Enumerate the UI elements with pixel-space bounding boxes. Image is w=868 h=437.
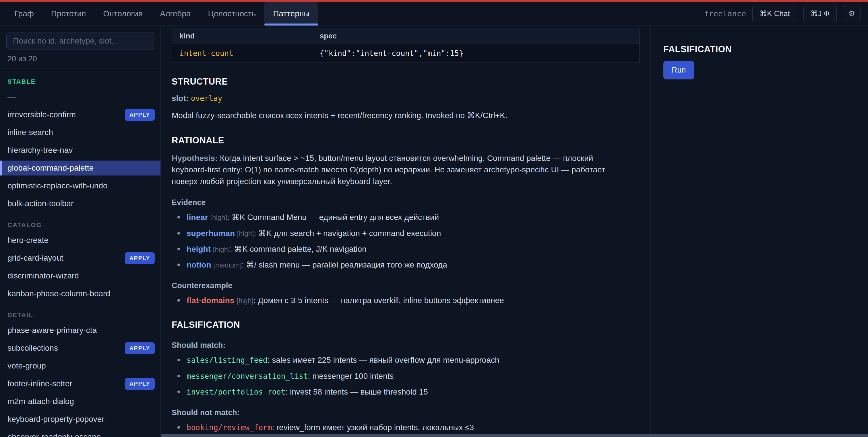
list-item: linear [high]: ⌘K Command Menu — единый … <box>172 212 640 223</box>
tab-Онтология[interactable]: Онтология <box>95 2 152 26</box>
pattern-id: keyboard-property-popover <box>7 415 104 424</box>
match-text: : messenger 100 intents <box>308 372 394 380</box>
sidebar-item-vote-group[interactable]: vote-group <box>0 359 160 373</box>
falsification-panel-heading: FALSIFICATION <box>663 44 868 55</box>
match-text: : review_form имеет узкий набор intents,… <box>272 423 474 432</box>
evidence-list: linear [high]: ⌘K Command Menu — единый … <box>172 212 640 270</box>
pattern-id: phase-aware-primary-cta <box>7 326 97 335</box>
pattern-id: vote-group <box>7 361 46 370</box>
workspace-name: freelance <box>704 9 746 18</box>
pattern-id: observer-readonly-escape <box>7 432 101 437</box>
apply-button[interactable]: APPLY <box>125 342 155 354</box>
pattern-id: — <box>7 92 16 102</box>
hypothesis-label: Hypothesis: <box>172 154 218 163</box>
sidebar-item-phase-aware-primary-cta[interactable]: phase-aware-primary-cta <box>0 323 160 338</box>
evidence-heading: Evidence <box>172 198 640 207</box>
sidebar-item-inline-search[interactable]: inline-search <box>0 125 160 140</box>
structure-description: Modal fuzzy-searchable список всех inten… <box>172 110 619 122</box>
gear-icon: ⚙ <box>848 9 855 18</box>
apply-button[interactable]: APPLY <box>125 378 155 390</box>
pattern-id: bulk-action-toolbar <box>7 199 73 208</box>
chat-button[interactable]: ⌘K Chat <box>752 5 797 22</box>
sidebar-item-m2m-attach-dialog[interactable]: m2m-attach-dialog <box>0 394 160 409</box>
pattern-id: hierarchy-tree-nav <box>7 146 73 155</box>
evidence-text: : ⌘K для search + navigation + command e… <box>254 229 441 238</box>
sidebar-item-keyboard-property-popover[interactable]: keyboard-property-popover <box>0 412 160 427</box>
topbar-right: freelance ⌘K Chat ⌘J Ф ⚙ <box>704 2 868 26</box>
tab-Алгебра[interactable]: Алгебра <box>151 2 199 26</box>
topbar: ГрафПрототипОнтологияАлгебраЦелостностьП… <box>0 2 868 26</box>
list-item: messenger/conversation_list: messenger 1… <box>172 370 640 382</box>
pattern-id: subcollections <box>7 343 58 353</box>
pattern-id: hero-create <box>7 236 49 245</box>
tab-Паттерны[interactable]: Паттерны <box>265 2 318 26</box>
sidebar-item-—[interactable]: — <box>0 90 160 104</box>
tab-Граф[interactable]: Граф <box>6 2 42 26</box>
evidence-source: height <box>187 245 211 254</box>
confidence-weight: [high] <box>237 297 253 305</box>
horizontal-scrollbar[interactable] <box>161 434 868 437</box>
tab-Прототип[interactable]: Прототип <box>42 2 95 26</box>
sidebar-item-hero-create[interactable]: hero-create <box>0 233 160 248</box>
sidebar-item-subcollections[interactable]: subcollectionsAPPLY <box>0 341 160 356</box>
sidebar-item-observer-readonly-escape[interactable]: observer-readonly-escape <box>0 430 160 437</box>
spec-table-header-spec: spec <box>312 28 639 44</box>
should-match-list: sales/listing_feed: sales имеет 225 inte… <box>172 355 640 397</box>
list-item: sales/listing_feed: sales имеет 225 inte… <box>172 355 640 366</box>
evidence-source: notion <box>187 260 211 269</box>
table-row: intent-count{"kind":"intent-count","min"… <box>172 44 640 63</box>
section-label-detail: DETAIL <box>0 304 160 323</box>
slot-label: slot: <box>172 94 189 103</box>
slot-line: slot: overlay <box>172 94 640 103</box>
confidence-weight: [high] <box>213 245 230 253</box>
spec-table-header-kind: kind <box>172 28 312 44</box>
sidebar-item-footer-inline-setter[interactable]: footer-inline-setterAPPLY <box>0 376 160 391</box>
confidence-weight: [medium] <box>213 261 242 269</box>
match-text: : invest 58 intents — выше threshold 15 <box>285 388 428 396</box>
hypothesis: Hypothesis: Когда intent surface > ~15, … <box>172 153 619 188</box>
sidebar-item-hierarchy-tree-nav[interactable]: hierarchy-tree-nav <box>0 143 160 158</box>
pattern-detail: kindspec intent-count{"kind":"intent-cou… <box>161 26 650 437</box>
section-label-stable: STABLE <box>0 71 160 90</box>
sidebar-item-discriminator-wizard[interactable]: discriminator-wizard <box>0 268 160 283</box>
rationale-heading: RATIONALE <box>172 135 640 146</box>
sidebar-item-bulk-action-toolbar[interactable]: bulk-action-toolbar <box>0 196 160 211</box>
list-item: superhuman [high]: ⌘K для search + navig… <box>172 228 640 239</box>
result-count: 20 из 20 <box>0 50 160 69</box>
pattern-id: discriminator-wizard <box>7 271 79 280</box>
evidence-source: superhuman <box>187 229 235 238</box>
evidence-text: : ⌘/ slash menu — parallel реализация то… <box>242 260 447 269</box>
pattern-id: optimistic-replace-with-undo <box>7 181 107 191</box>
apply-button[interactable]: APPLY <box>125 253 155 264</box>
should-not-match-label: Should not match: <box>172 408 640 417</box>
search-input[interactable] <box>6 32 154 50</box>
list-item: invest/portfolios_root: invest 58 intent… <box>172 386 640 397</box>
pattern-id: kanban-phase-column-board <box>7 289 110 298</box>
sidebar-item-global-command-palette[interactable]: global-command-palette <box>0 161 160 175</box>
sidebar-item-optimistic-replace-with-undo[interactable]: optimistic-replace-with-undo <box>0 178 160 193</box>
sidebar-item-grid-card-layout[interactable]: grid-card-layoutAPPLY <box>0 250 160 266</box>
domain-path: sales/listing_feed <box>187 356 268 365</box>
settings-button[interactable]: ⚙ <box>843 5 861 22</box>
sidebar-item-kanban-phase-column-board[interactable]: kanban-phase-column-board <box>0 286 160 301</box>
pattern-id: footer-inline-setter <box>7 379 72 388</box>
pattern-id: m2m-attach-dialog <box>7 397 74 406</box>
confidence-weight: [high] <box>237 230 254 237</box>
pattern-id: irreversible-confirm <box>7 110 76 119</box>
match-text: : sales имеет 225 intents — явный overfl… <box>268 356 499 365</box>
falsification-shortcut-button[interactable]: ⌘J Ф <box>803 5 837 22</box>
evidence-text: : ⌘K Command Menu — единый entry для все… <box>227 213 439 222</box>
counterexample-heading: Counterexample <box>172 281 640 290</box>
pattern-id: grid-card-layout <box>7 254 63 263</box>
falsification-heading: FALSIFICATION <box>172 320 640 330</box>
list-item: height [high]: ⌘K command palette, J/K n… <box>172 243 640 255</box>
tab-Целостность[interactable]: Целостность <box>199 2 265 26</box>
list-item: booking/review_form: review_form имеет у… <box>172 422 640 433</box>
cell-spec: {"kind":"intent-count","min":15} <box>312 44 639 63</box>
cell-kind: intent-count <box>172 44 312 63</box>
run-falsification-button[interactable]: Run <box>663 61 694 79</box>
sidebar-item-irreversible-confirm[interactable]: irreversible-confirmAPPLY <box>0 107 160 122</box>
evidence-source: linear <box>187 213 208 222</box>
domain-path: invest/portfolios_root <box>187 388 285 396</box>
apply-button[interactable]: APPLY <box>125 109 155 121</box>
